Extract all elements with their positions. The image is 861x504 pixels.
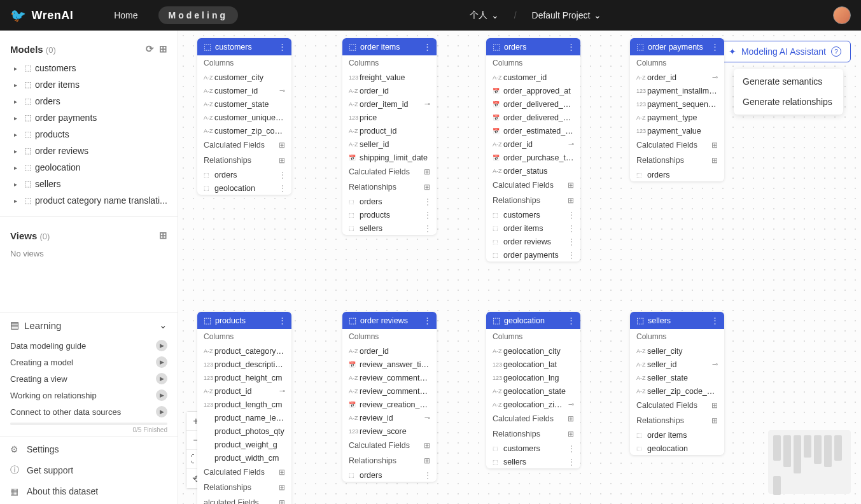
learning-item-1[interactable]: Creating a model▶: [0, 354, 178, 370]
sidebar-model-3[interactable]: ▸⬚order payments: [0, 109, 178, 126]
more-icon[interactable]: ⋮: [424, 471, 431, 480]
plus-icon[interactable]: ⊞: [279, 156, 285, 165]
plus-icon[interactable]: ⊞: [424, 456, 430, 465]
card-order_items[interactable]: ⬚order items⋮Columns123freight_valueA-Zo…: [342, 38, 437, 235]
plus-icon[interactable]: ⊞: [711, 141, 718, 150]
project-scope[interactable]: 个人⌄: [470, 10, 499, 21]
column-row[interactable]: 123product_height_cm: [197, 371, 291, 384]
ai-assistant-button[interactable]: ✦ Modeling AI Assistant ?: [719, 41, 851, 62]
calc-fields-section[interactable]: Calculated Fields⊞: [630, 398, 724, 413]
card-orders[interactable]: ⬚orders⋮ColumnsA-Zcustomer_id📅order_appr…: [486, 38, 580, 262]
column-row[interactable]: A-Zgeolocation_zip_code_pr...⊸: [486, 398, 580, 411]
column-row[interactable]: A-Zcustomer_zip_code_prefix: [197, 124, 291, 137]
column-row[interactable]: A-Zseller_id⊸: [630, 358, 724, 371]
plus-icon[interactable]: ⊞: [568, 430, 574, 438]
relationship-row[interactable]: ⬚customers⋮: [486, 208, 580, 221]
column-row[interactable]: product_photos_qty: [197, 424, 291, 438]
calc-fields-section[interactable]: Calculated Fields⊞: [197, 465, 291, 480]
column-row[interactable]: product_weight_g: [197, 438, 291, 451]
relationship-row[interactable]: ⬚orders⋮: [197, 168, 291, 181]
column-row[interactable]: A-Zgeolocation_state: [486, 384, 580, 398]
nav-modeling[interactable]: Modeling: [158, 6, 238, 24]
column-row[interactable]: 123payment_sequential: [630, 97, 724, 111]
relationship-row[interactable]: ⬚sellers⋮: [486, 455, 580, 468]
more-icon[interactable]: ⋮: [568, 444, 575, 453]
card-header[interactable]: ⬚order payments⋮: [630, 38, 724, 55]
column-row[interactable]: 📅order_purchase_timesta...: [486, 151, 580, 164]
card-sellers[interactable]: ⬚sellers⋮ColumnsA-Zseller_cityA-Zseller_…: [630, 312, 724, 455]
relationship-row[interactable]: ⬚order reviews⋮: [486, 235, 580, 248]
more-icon[interactable]: ⋮: [567, 42, 575, 52]
sidebar-model-2[interactable]: ▸⬚orders: [0, 93, 178, 109]
more-icon[interactable]: ⋮: [568, 458, 575, 466]
column-row[interactable]: A-Zcustomer_id⊸: [197, 84, 291, 97]
more-icon[interactable]: ⋮: [424, 197, 431, 206]
column-row[interactable]: A-Zseller_zip_code_prefix: [630, 384, 724, 398]
column-row[interactable]: A-Zorder_status: [486, 164, 580, 178]
settings-link[interactable]: ⚙Settings: [0, 439, 178, 459]
plus-icon[interactable]: ⊞: [711, 416, 718, 425]
learning-item-0[interactable]: Data modeling guide▶: [0, 337, 178, 354]
column-row[interactable]: A-Zproduct_category_name: [197, 344, 291, 358]
more-icon[interactable]: ⋮: [278, 316, 286, 325]
plus-icon[interactable]: ⊞: [279, 483, 285, 492]
project-selector[interactable]: Default Project⌄: [532, 10, 602, 20]
card-order_payments[interactable]: ⬚order payments⋮ColumnsA-Zorder_id⊸123pa…: [630, 38, 724, 181]
relationship-row[interactable]: ⬚orders⋮: [342, 468, 437, 482]
plus-icon[interactable]: ⊞: [279, 498, 285, 504]
more-icon[interactable]: ⋮: [423, 316, 431, 325]
relationship-row[interactable]: ⬚sellers⋮: [342, 221, 437, 235]
card-order_reviews[interactable]: ⬚order reviews⋮ColumnsA-Zorder_id📅review…: [342, 312, 437, 482]
column-row[interactable]: 📅order_estimated_deliver...: [486, 124, 580, 137]
learning-header[interactable]: ▤Learning ⌄: [0, 313, 178, 337]
learning-item-4[interactable]: Connect to other data sources▶: [0, 403, 178, 420]
more-icon[interactable]: ⋮: [711, 42, 719, 52]
column-row[interactable]: 123product_length_cm: [197, 398, 291, 411]
relationship-row[interactable]: ⬚geolocation: [630, 442, 724, 455]
refresh-icon[interactable]: ⟳: [146, 43, 154, 55]
more-icon[interactable]: ⋮: [568, 224, 575, 233]
column-row[interactable]: product_width_cm: [197, 451, 291, 465]
column-row[interactable]: A-Zseller_city: [630, 344, 724, 358]
column-row[interactable]: A-Zseller_id: [342, 137, 437, 151]
plus-icon[interactable]: ⊞: [424, 183, 430, 192]
card-header[interactable]: ⬚order reviews⋮: [342, 312, 437, 329]
relationships-section[interactable]: Relationships⊞: [197, 153, 291, 168]
plus-icon[interactable]: ⊞: [711, 156, 718, 165]
more-icon[interactable]: ⋮: [424, 211, 431, 220]
column-row[interactable]: A-Zorder_id: [342, 344, 437, 358]
column-row[interactable]: A-Zproduct_id: [342, 124, 437, 137]
column-row[interactable]: A-Zproduct_id⊸: [197, 384, 291, 398]
more-icon[interactable]: ⋮: [567, 316, 575, 325]
column-row[interactable]: 📅order_delivered_custom...: [486, 111, 580, 124]
column-row[interactable]: A-Zcustomer_id: [486, 71, 580, 84]
column-row[interactable]: A-Zreview_id⊸: [342, 411, 437, 424]
card-header[interactable]: ⬚order items⋮: [342, 38, 437, 55]
relationships-section[interactable]: Relationships⊞: [486, 426, 580, 442]
relationship-row[interactable]: ⬚customers⋮: [486, 442, 580, 455]
column-row[interactable]: A-Zgeolocation_city: [486, 344, 580, 358]
calc-fields-section[interactable]: Calculated Fields⊞: [486, 411, 580, 426]
sidebar-model-4[interactable]: ▸⬚products: [0, 126, 178, 143]
column-row[interactable]: 📅shipping_limit_date: [342, 151, 437, 164]
ai-generate-relationships[interactable]: Generate relationships: [734, 92, 843, 112]
avatar[interactable]: [833, 6, 851, 24]
column-row[interactable]: 📅order_approved_at: [486, 84, 580, 97]
more-icon[interactable]: ⋮: [279, 184, 286, 193]
column-row[interactable]: 📅order_delivered_carrier_...: [486, 97, 580, 111]
column-row[interactable]: A-Zcustomer_unique_id: [197, 111, 291, 124]
plus-icon[interactable]: ⊞: [279, 468, 285, 477]
column-row[interactable]: A-Zorder_item_id⊸: [342, 97, 437, 111]
calc-fields-section[interactable]: Calculated Fields⊞: [342, 438, 437, 453]
card-customers[interactable]: ⬚customers⋮ColumnsA-Zcustomer_cityA-Zcus…: [197, 38, 291, 195]
relationship-row[interactable]: ⬚order items: [630, 428, 724, 442]
sidebar-model-1[interactable]: ▸⬚order items: [0, 76, 178, 93]
more-icon[interactable]: ⋮: [568, 237, 575, 246]
learning-item-2[interactable]: Creating a view▶: [0, 370, 178, 387]
minimap[interactable]: [768, 430, 851, 494]
relationships-section[interactable]: Relationships⊞: [486, 193, 580, 208]
more-icon[interactable]: ⋮: [568, 211, 575, 220]
relationship-row[interactable]: ⬚products⋮: [342, 208, 437, 221]
column-row[interactable]: 123payment_value: [630, 124, 724, 137]
column-row[interactable]: A-Zreview_comment_messa...: [342, 371, 437, 384]
